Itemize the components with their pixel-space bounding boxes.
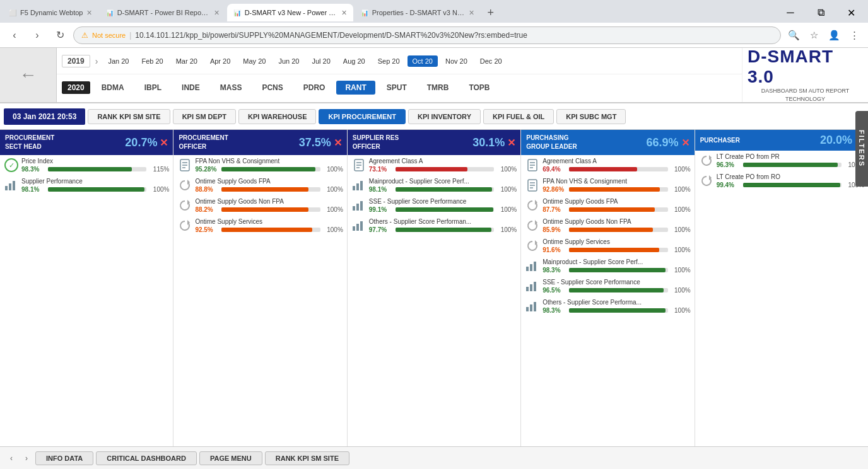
tab-close-3[interactable]: × [341,8,346,18]
kpi-nav-warehouse[interactable]: KPI WAREHOUSE [238,109,317,124]
kpi-nav-dept[interactable]: KPI SM DEPT [173,109,236,124]
month-may[interactable]: May 20 [238,55,271,67]
month-nov[interactable]: Nov 20 [440,55,472,67]
kpi-item-label-1-2: Ontime Supply Goods Non FPA [195,198,343,205]
kpi-nav-subc[interactable]: KPI SUBC MGT [556,109,626,124]
bottom-tab-right-arrow[interactable]: › [20,452,33,465]
kpi-item-score-3-6: 96.5% [542,287,566,294]
kpi-card-close-supplier-res[interactable]: ✕ [507,137,515,149]
year-month-section: 2019 › Jan 20 Feb 20 Mar 20 Apr 20 May 2… [57,48,742,102]
kpi-item-score-0-1: 98.1% [21,186,45,193]
nav-bar: ‹ › ↻ ⚠ Not secure | 10.14.101.121/kpp_b… [0,23,868,48]
reload-button[interactable]: ↻ [50,26,69,45]
kpi-item-icon-3-0 [525,158,540,173]
year-2020[interactable]: 2020 [62,81,90,94]
kpi-item-content-0-1: Supplier Performance 98.1% 100% [21,178,169,193]
tab-4[interactable]: 📊 Properties - D-SMART v3 New -... × [355,4,481,21]
kpi-item-content-1-0: FPA Non VHS & Consignment 95.28% 100% [195,158,343,173]
kpi-cards-area: PROCUREMENTSECT HEAD 20.7% ✕ ✓ Price Ind… [0,130,868,446]
kpi-item-content-3-0: Agreement Class A 69.4% 100% [542,158,690,173]
bottom-tab-rank[interactable]: RANK KPI SM SITE [265,451,349,465]
search-button[interactable]: 🔍 [785,26,802,44]
kpi-card-close-procurement-officer[interactable]: ✕ [334,137,342,149]
kpi-item-target-2-2: 100% [496,206,517,213]
new-tab-button[interactable]: + [482,4,500,21]
kpi-item-content-2-1: Mainproduct - Supplier Score Perf... 98.… [369,178,517,193]
kpi-nav-fuel[interactable]: KPI FUEL & OIL [483,109,554,124]
svg-rect-38 [530,284,532,291]
bottom-tab-info[interactable]: INFO DATA [35,451,93,465]
kpi-item-content-3-6: SSE - Supplier Score Performance 96.5% 1… [542,279,690,294]
kpi-item-icon-1-1 [177,178,192,193]
kpi-card-close-procurement-sect[interactable]: ✕ [160,137,168,149]
kpi-card-score-procurement-officer: 37.5% [299,136,331,149]
forward-nav-button[interactable]: › [28,26,47,45]
bottom-tab-page-menu[interactable]: PAGE MENU [199,451,262,465]
address-bar[interactable]: ⚠ Not secure | 10.14.101.121/kpp_bi/powe… [73,26,781,44]
kpi-card-score-purchasing: 66.9% [647,136,679,149]
filters-panel[interactable]: FILTERS [855,111,868,187]
bottom-tab-critical[interactable]: CRITICAL DASHBOARD [96,451,197,465]
company-mass[interactable]: MASS [211,81,251,95]
month-jul[interactable]: Jul 20 [307,55,335,67]
month-jan[interactable]: Jan 20 [103,55,134,67]
kpi-nav-rank[interactable]: RANK KPI SM SITE [88,109,170,124]
month-dec[interactable]: Dec 20 [475,55,507,67]
tab-1[interactable]: ⬜ F5 Dynamic Webtop × [3,4,98,21]
bookmark-button[interactable]: ☆ [805,26,823,44]
kpi-item-bar-row-3-7: 98.3% 100% [542,307,690,314]
svg-rect-16 [360,181,363,190]
kpi-item-label-3-1: FPA Non VHS & Consignment [542,178,690,185]
kpi-card-close-purchasing[interactable]: ✕ [681,137,689,149]
bottom-tab-left-arrow[interactable]: ‹ [5,452,18,465]
kpi-nav-inventory[interactable]: KPI INVENTORY [408,109,481,124]
kpi-item-target-3-0: 100% [671,166,691,173]
tab-icon-2: 📊 [106,9,114,16]
month-apr[interactable]: Apr 20 [205,55,235,67]
svg-rect-34 [526,267,529,271]
kpi-item-bar-row-3-4: 91.6% 100% [542,246,690,253]
maximize-button[interactable]: ⧉ [806,4,835,21]
company-pcns[interactable]: PCNS [253,81,291,95]
tab-3[interactable]: 📊 D-SMART v3 New - Power BI Re... × [227,4,353,21]
company-bdma[interactable]: BDMA [93,81,133,95]
kpi-card-purchaser: PURCHASER 20.0% ✕ LT Create PO from PR 9… [695,130,868,446]
kpi-item-content-3-3: Ontime Supply Goods Non FPA 85.9% 100% [542,218,690,233]
company-sput[interactable]: SPUT [378,81,416,95]
year-2019[interactable]: 2019 [62,55,90,67]
kpi-card-procurement-sect: PROCUREMENTSECT HEAD 20.7% ✕ ✓ Price Ind… [0,130,173,446]
profile-button[interactable]: 👤 [825,26,843,44]
back-nav-button[interactable]: ‹ [5,26,24,45]
tab-label-2: D-SMART - Power BI Report Ser... [117,9,211,16]
kpi-item-label-2-0: Agreement Class A [369,158,517,165]
month-oct[interactable]: Oct 20 [408,55,438,67]
kpi-item-content-4-0: LT Create PO from PR 96.3% 100% [717,153,864,168]
minimize-button[interactable]: ─ [776,4,805,21]
kpi-card-body-purchaser: LT Create PO from PR 96.3% 100% LT C [695,151,868,446]
month-feb[interactable]: Feb 20 [136,55,168,67]
kpi-item-icon-3-4 [525,238,540,253]
tab-close-1[interactable]: × [86,8,91,18]
kpi-item-2-2: SSE - Supplier Score Performance 99.1% 1… [351,198,517,213]
kpi-item-target-1-2: 100% [323,206,343,213]
back-button[interactable]: ← [0,48,57,102]
close-button[interactable]: ✕ [836,4,865,21]
company-topb[interactable]: TOPB [460,81,498,95]
tab-close-4[interactable]: × [469,8,474,18]
separator: | [129,31,131,40]
month-mar[interactable]: Mar 20 [171,55,202,67]
kpi-card-body-purchasing: Agreement Class A 69.4% 100% FPA Non [521,155,694,446]
company-pdro[interactable]: PDRO [295,81,334,95]
tab-2[interactable]: 📊 D-SMART - Power BI Report Ser... × [100,4,226,21]
company-tmrb[interactable]: TMRB [418,81,458,95]
tab-close-2[interactable]: × [214,8,219,18]
menu-button[interactable]: ⋮ [845,26,863,44]
month-jun[interactable]: Jun 20 [273,55,304,67]
month-aug[interactable]: Aug 20 [338,55,370,67]
company-rant[interactable]: RANT [336,81,375,95]
company-ibpl[interactable]: IBPL [136,81,170,95]
company-inde[interactable]: INDE [173,81,209,95]
month-sep[interactable]: Sep 20 [373,55,405,67]
kpi-card-header-purchaser: PURCHASER 20.0% ✕ [695,130,868,151]
kpi-nav-procurement[interactable]: KPI PROCUREMENT [319,109,406,124]
